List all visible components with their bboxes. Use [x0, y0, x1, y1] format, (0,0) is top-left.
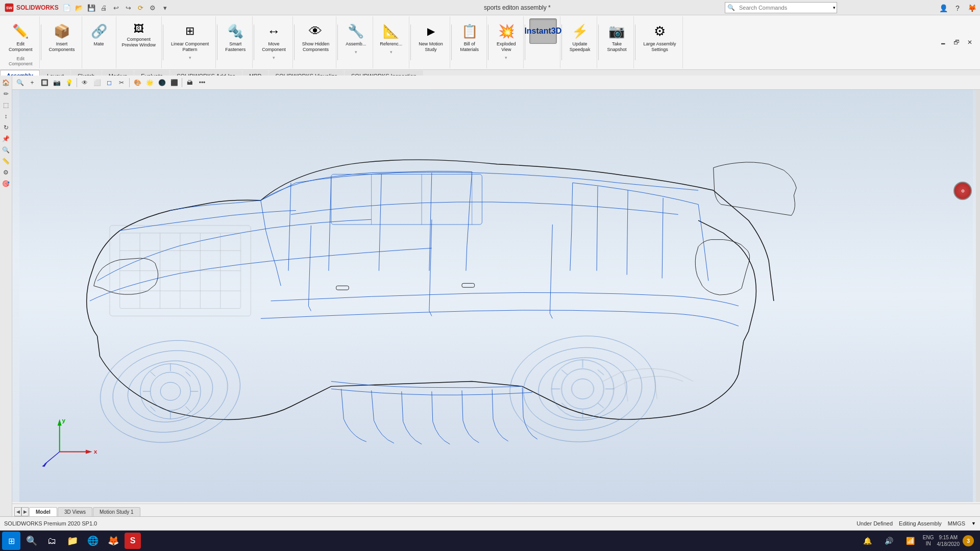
assembly-icon: 🔧	[346, 21, 366, 41]
tab-scroll-right-btn[interactable]: ▶	[21, 507, 29, 516]
view-orientation-btn[interactable]: 🔲	[39, 77, 50, 88]
minimize-ribbon-btn[interactable]: 🗕	[937, 36, 949, 48]
section-view-btn[interactable]: ✂	[116, 77, 127, 88]
taskbar-notification-icon[interactable]: 🔔	[859, 532, 877, 550]
start-button[interactable]: ⊞	[2, 532, 20, 550]
task-view-btn[interactable]: 🗂	[43, 532, 61, 550]
dropdown-arrow[interactable]: ▾	[159, 2, 170, 13]
viewport[interactable]: y x ⊙	[12, 90, 980, 502]
nav-cube-label: ⊙	[961, 189, 965, 193]
move-component-btn[interactable]: ↔ MoveComponent	[258, 18, 289, 55]
taskbar-volume-icon[interactable]: 🔊	[880, 532, 898, 550]
units-dropdown-btn[interactable]: ▼	[971, 521, 976, 526]
move-component-dropdown[interactable]: ▾	[273, 55, 275, 60]
sidebar-tool-2[interactable]: ✏	[1, 89, 11, 99]
solidworks-taskbar-btn[interactable]: S	[125, 533, 141, 549]
speedpak-label: UpdateSpeedpak	[570, 41, 591, 53]
file-explorer-btn[interactable]: 📁	[63, 532, 82, 550]
status-units: MMGS	[948, 520, 965, 527]
linear-pattern-btn[interactable]: ⊞ Linear ComponentPattern	[167, 18, 212, 55]
help-icon[interactable]: ?	[951, 2, 964, 14]
search-bar[interactable]: 🔍 ▾	[725, 2, 837, 13]
undo-btn[interactable]: ↩	[110, 2, 121, 13]
linear-pattern-dropdown[interactable]: ▾	[189, 55, 191, 60]
firefox-icon[interactable]: 🦊	[966, 2, 978, 14]
component-preview-label: ComponentPreview Window	[122, 37, 156, 48]
rebuild-btn[interactable]: ⟳	[135, 2, 146, 13]
edge-browser-btn[interactable]: 🌐	[84, 532, 102, 550]
zoom-to-fit-btn[interactable]: 🔍	[14, 77, 26, 88]
ribbon-group-instant3d: Instant3D	[526, 16, 560, 68]
taskbar-network-icon[interactable]: 📶	[901, 532, 920, 550]
taskbar-language: ENG IN	[923, 535, 934, 547]
open-btn[interactable]: 📂	[74, 2, 85, 13]
tab-3d-views[interactable]: 3D Views	[58, 507, 92, 516]
motion-study-icon: ▶	[421, 21, 441, 41]
new-btn[interactable]: 📄	[61, 2, 72, 13]
sidebar-tool-5[interactable]: ↻	[1, 122, 11, 133]
sep1	[41, 24, 41, 60]
right-scrollbar[interactable]	[976, 90, 980, 502]
save-btn[interactable]: 💾	[86, 2, 97, 13]
firefox-taskbar-btn[interactable]: 🦊	[104, 532, 122, 550]
display-states-btn[interactable]: 🎨	[132, 77, 143, 88]
exploded-label: ExplodedView	[497, 41, 516, 53]
sidebar-tool-3[interactable]: ⬚	[1, 100, 11, 110]
scene-btn[interactable]: 🏔	[184, 77, 195, 88]
component-preview-btn[interactable]: 🖼 ComponentPreview Window	[119, 18, 159, 54]
redo-btn[interactable]: ↪	[122, 2, 134, 13]
search-taskbar-btn[interactable]: 🔍	[22, 532, 41, 550]
reference-btn[interactable]: 📐 Referenc...	[376, 18, 406, 49]
print-btn[interactable]: 🖨	[98, 2, 109, 13]
smart-fasteners-btn[interactable]: 🔩 SmartFasteners	[222, 18, 249, 55]
sidebar-tool-1[interactable]: 🏠	[1, 78, 11, 88]
ribbon-group-preview: 🖼 ComponentPreview Window	[116, 16, 162, 68]
tab-scroll-left-btn[interactable]: ◀	[14, 507, 21, 516]
snapshot-btn[interactable]: 📷 TakeSnapshot	[603, 18, 630, 55]
shadows-btn[interactable]: 🌑	[156, 77, 167, 88]
hide-show-btn[interactable]: 👁	[79, 77, 90, 88]
ambient-occlusion-btn[interactable]: ⬛	[168, 77, 180, 88]
user-icon[interactable]: 👤	[937, 2, 949, 14]
tab-motion-study-1[interactable]: Motion Study 1	[93, 507, 140, 516]
reference-dropdown[interactable]: ▾	[390, 49, 393, 55]
snapshot-icon: 📷	[606, 21, 627, 41]
close-ribbon-btn[interactable]: ✕	[964, 36, 976, 48]
realview-btn[interactable]: 🌟	[144, 77, 155, 88]
exploded-dropdown[interactable]: ▾	[505, 55, 507, 60]
insert-components-btn[interactable]: 📦 InsertComponents	[45, 18, 79, 55]
large-assembly-btn[interactable]: ⚙ Large AssemblySettings	[640, 18, 679, 55]
sidebar-tool-8[interactable]: 📏	[1, 156, 11, 166]
edit-component-btn[interactable]: ✏️ EditComponent	[5, 18, 36, 55]
exploded-view-btn[interactable]: 💥 ExplodedView	[493, 18, 520, 55]
sidebar-tool-9[interactable]: ⚙	[1, 167, 11, 178]
speedpak-icon: ⚡	[570, 21, 590, 41]
search-dropdown[interactable]: ▾	[832, 5, 837, 10]
show-hidden-btn[interactable]: 👁 Show HiddenComponents	[299, 18, 333, 55]
instant3d-btn[interactable]: Instant3D	[529, 18, 557, 44]
view-more-btn[interactable]: •••	[197, 77, 208, 88]
notification-count-badge[interactable]: 3	[963, 535, 974, 546]
view-camera-btn[interactable]: 📷	[51, 77, 62, 88]
display-type-btn[interactable]: ⬜	[91, 77, 103, 88]
nav-cube[interactable]: ⊙	[953, 182, 972, 200]
new-motion-study-btn[interactable]: ▶ New MotionStudy	[415, 18, 447, 55]
sidebar-tool-10[interactable]: 🎯	[1, 179, 11, 189]
wireframe-btn[interactable]: ◻	[104, 77, 115, 88]
search-input[interactable]	[737, 5, 832, 11]
sidebar-tool-7[interactable]: 🔍	[1, 145, 11, 155]
tab-model[interactable]: Model	[29, 507, 57, 516]
speedpak-btn[interactable]: ⚡ UpdateSpeedpak	[566, 18, 594, 55]
zoom-in-btn[interactable]: +	[27, 77, 38, 88]
sidebar-tool-6[interactable]: 📌	[1, 134, 11, 144]
options-btn[interactable]: ⚙	[147, 2, 158, 13]
assembly-dropdown[interactable]: ▾	[355, 49, 357, 55]
view-lights-btn[interactable]: 💡	[63, 77, 75, 88]
mate-btn[interactable]: 🔗 Mate	[85, 18, 113, 49]
maximize-ribbon-btn[interactable]: 🗗	[950, 36, 963, 48]
view-divider-3	[182, 78, 182, 87]
sidebar-tool-4[interactable]: ↕	[1, 111, 11, 121]
assembly-btn[interactable]: 🔧 Assemb...	[342, 18, 370, 49]
sep9	[488, 24, 488, 60]
bom-btn[interactable]: 📋 Bill ofMaterials	[456, 18, 483, 55]
